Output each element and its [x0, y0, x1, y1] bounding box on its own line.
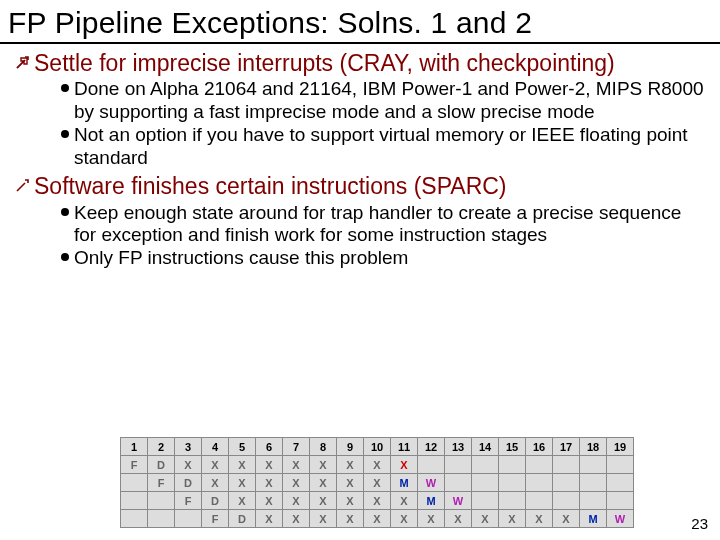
- table-cell: [607, 474, 634, 492]
- table-cell: X: [364, 492, 391, 510]
- disc-icon: [56, 247, 74, 261]
- arrow-icon: [12, 173, 34, 193]
- list-item: Keep enough state around for trap handle…: [56, 202, 708, 247]
- table-cell: X: [283, 510, 310, 528]
- table-cell: [499, 492, 526, 510]
- table-cell: D: [229, 510, 256, 528]
- table-cell: X: [310, 474, 337, 492]
- disc-icon: [56, 78, 74, 92]
- table-cell: X: [310, 510, 337, 528]
- sub-text: Done on Alpha 21064 and 21164, IBM Power…: [74, 78, 708, 123]
- list-item: Not an option if you have to support vir…: [56, 124, 708, 169]
- table-row: FDXXXXXXXMW: [121, 492, 634, 510]
- table-cell: X: [283, 456, 310, 474]
- sub-text: Not an option if you have to support vir…: [74, 124, 708, 169]
- table-header-cell: 15: [499, 438, 526, 456]
- bullet-1-subs: Done on Alpha 21064 and 21164, IBM Power…: [12, 78, 708, 169]
- table-cell: [472, 474, 499, 492]
- table-cell: X: [526, 510, 553, 528]
- table-cell: [472, 492, 499, 510]
- table-cell: X: [472, 510, 499, 528]
- sub-text: Keep enough state around for trap handle…: [74, 202, 708, 247]
- table-cell: X: [229, 456, 256, 474]
- bullet-1-text: Settle for imprecise interrupts (CRAY, w…: [34, 50, 615, 76]
- table-header-cell: 2: [148, 438, 175, 456]
- table-cell: X: [175, 456, 202, 474]
- table-cell: [175, 510, 202, 528]
- table-row: FDXXXXXXXXXXXXMW: [121, 510, 634, 528]
- table-cell: [445, 456, 472, 474]
- table-cell: X: [256, 492, 283, 510]
- table-cell: M: [418, 492, 445, 510]
- table-cell: X: [337, 456, 364, 474]
- content-area: Settle for imprecise interrupts (CRAY, w…: [0, 50, 720, 270]
- table-cell: X: [310, 492, 337, 510]
- table-cell: D: [202, 492, 229, 510]
- table-cell: [148, 492, 175, 510]
- sub-text: Only FP instructions cause this problem: [74, 247, 408, 269]
- table-cell: X: [256, 510, 283, 528]
- table-row: FDXXXXXXXMW: [121, 474, 634, 492]
- table-cell: X: [337, 492, 364, 510]
- table-header-row: 12345678910111213141516171819: [121, 438, 634, 456]
- table-cell: [607, 492, 634, 510]
- table-header-cell: 3: [175, 438, 202, 456]
- table-cell: [445, 474, 472, 492]
- table-cell: [553, 474, 580, 492]
- table-cell: [607, 456, 634, 474]
- table-cell: F: [175, 492, 202, 510]
- table-cell: X: [337, 474, 364, 492]
- disc-icon: [56, 202, 74, 216]
- table-cell: X: [364, 474, 391, 492]
- table-cell: [580, 474, 607, 492]
- table-cell: X: [364, 510, 391, 528]
- table-cell: X: [391, 492, 418, 510]
- table-cell: X: [256, 456, 283, 474]
- table-header-cell: 16: [526, 438, 553, 456]
- bullet-1-row: Settle for imprecise interrupts (CRAY, w…: [12, 50, 708, 76]
- table-cell: [472, 456, 499, 474]
- table-row: FDXXXXXXXXX: [121, 456, 634, 474]
- bullet-2-text: Software finishes certain instructions (…: [34, 173, 507, 199]
- table-cell: X: [256, 474, 283, 492]
- table-header-cell: 12: [418, 438, 445, 456]
- table-cell: X: [202, 456, 229, 474]
- table-cell: F: [202, 510, 229, 528]
- table-cell: X: [229, 492, 256, 510]
- table-cell: D: [148, 456, 175, 474]
- table-header-cell: 9: [337, 438, 364, 456]
- list-item: Only FP instructions cause this problem: [56, 247, 708, 269]
- table-cell: X: [202, 474, 229, 492]
- table-header-cell: 7: [283, 438, 310, 456]
- table-cell: X: [418, 510, 445, 528]
- table-cell: X: [229, 474, 256, 492]
- list-item: Done on Alpha 21064 and 21164, IBM Power…: [56, 78, 708, 123]
- table-cell: X: [283, 474, 310, 492]
- table-header-cell: 4: [202, 438, 229, 456]
- table-cell: X: [310, 456, 337, 474]
- bullet-1: Settle for imprecise interrupts (CRAY, w…: [12, 50, 708, 169]
- pipeline-table-wrap: 12345678910111213141516171819 FDXXXXXXXX…: [120, 437, 634, 528]
- table-cell: X: [391, 456, 418, 474]
- table-cell: M: [391, 474, 418, 492]
- table-cell: [121, 510, 148, 528]
- table-cell: X: [337, 510, 364, 528]
- table-cell: [499, 474, 526, 492]
- table-header-cell: 10: [364, 438, 391, 456]
- page-number: 23: [691, 515, 708, 532]
- table-cell: [526, 474, 553, 492]
- table-cell: X: [445, 510, 472, 528]
- table-header-cell: 18: [580, 438, 607, 456]
- table-cell: [553, 492, 580, 510]
- table-cell: [418, 456, 445, 474]
- table-cell: W: [418, 474, 445, 492]
- table-cell: [121, 474, 148, 492]
- table-cell: [553, 456, 580, 474]
- table-cell: X: [364, 456, 391, 474]
- table-cell: [580, 456, 607, 474]
- table-cell: X: [283, 492, 310, 510]
- table-cell: [499, 456, 526, 474]
- page-title: FP Pipeline Exceptions: Solns. 1 and 2: [0, 0, 720, 42]
- table-header-cell: 5: [229, 438, 256, 456]
- pipeline-table: 12345678910111213141516171819 FDXXXXXXXX…: [120, 437, 634, 528]
